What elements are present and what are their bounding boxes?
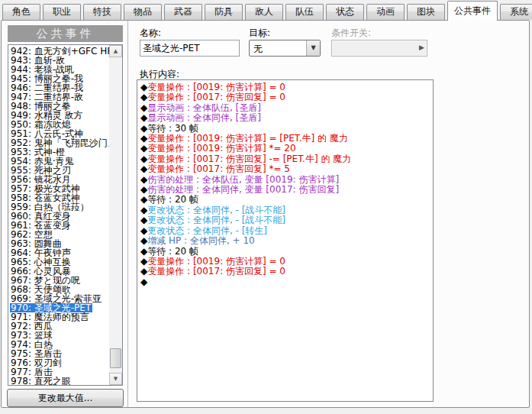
command-line-11[interactable]: ◆伤害的处理 : 全体同伴, 变量 [0017: 伤害回复] (140, 185, 431, 195)
tab-图块[interactable]: 图块 (407, 4, 445, 20)
tab-动画[interactable]: 动画 (366, 4, 405, 20)
list-item-949[interactable]: 949: 水精灵 敌方 (10, 111, 109, 120)
command-line-4[interactable]: ◆显示动画 : 全体同伴, [圣盾] (140, 113, 431, 123)
change-maximum-button[interactable]: 更改最大值... (7, 389, 124, 407)
list-item-text: 952: 鬼神「飞翔毘沙门」 (10, 138, 109, 147)
event-list-scrollbar[interactable]: ▲ ▼ (109, 45, 122, 385)
command-line-8[interactable]: ◆变量操作 : [0017: 伤害回复] -= [PET.牛] 的 魔力 (140, 154, 431, 164)
command-line-12[interactable]: ◆等待 : 20 帧 (140, 195, 431, 205)
list-item-945[interactable]: 945: 博丽之拳-我 (10, 74, 109, 83)
list-item-971[interactable]: 971: 魔法师的预言 (10, 312, 109, 322)
command-line-9[interactable]: ◆变量操作 : [0017: 伤害回复] *= 5 (140, 164, 431, 174)
list-item-964[interactable]: 964: 午夜钟声 (10, 248, 109, 257)
list-item-967[interactable]: 967: 梦と现の呪 (10, 276, 109, 285)
list-item-968[interactable]: 968: 天使颂歌 (10, 285, 109, 294)
command-line-18[interactable]: ◆变量操作 : [0019: 伤害计算] = 0 (140, 257, 431, 267)
list-item-974[interactable]: 974: 白热 (10, 340, 109, 349)
list-item-958[interactable]: 958: 苍蓝女武神 (10, 193, 109, 202)
tab-职业[interactable]: 职业 (43, 4, 81, 20)
tab-公共事件[interactable]: 公共事件 (447, 1, 498, 21)
chevron-down-icon[interactable]: ▼ (306, 40, 320, 56)
command-line-19[interactable]: ◆变量操作 : [0017: 伤害回复] = 0 (140, 267, 431, 277)
common-events-header: 公共事件 (8, 25, 123, 42)
list-item-953[interactable]: 953: 式神-橙 (10, 147, 109, 157)
list-item-954[interactable]: 954: 赤鬼·青鬼 (10, 157, 109, 166)
tab-状态[interactable]: 状态 (326, 4, 364, 20)
list-item-972[interactable]: 972: 西瓜 (10, 322, 109, 331)
tab-系统[interactable]: 系统 (500, 4, 532, 20)
command-line-10[interactable]: ◆伤害的处理 : 全体队伍, 变量 [0019: 伤害计算] (140, 175, 431, 185)
list-item-text: 970: 圣域之光-PET (10, 303, 92, 312)
list-item-951[interactable]: 951: 八云氏-式神 (10, 129, 109, 138)
command-diamond-icon: ◆ (140, 123, 147, 134)
list-item-973[interactable]: 973: 篮球 (10, 331, 109, 340)
command-line-17[interactable]: ◆等待 : 20 帧 (140, 247, 431, 257)
list-item-943[interactable]: 943: 血斩-敌 (10, 56, 109, 65)
tab-特技[interactable]: 特技 (83, 4, 121, 20)
command-text: 显示动画 : 全体同伴, [圣盾] (147, 112, 261, 123)
list-item-978[interactable]: 978: 直死之眼 (10, 377, 109, 385)
command-line-15[interactable]: ◆更改状态 : 全体同伴, - [转生] (140, 226, 431, 236)
command-line-3[interactable]: ◆显示动画 : 全体队伍, [圣盾] (140, 103, 431, 113)
command-line-6[interactable]: ◆变量操作 : [0019: 伤害计算] = [PET.牛] 的 魔力 (140, 134, 431, 144)
command-line-13[interactable]: ◆更改状态 : 全体同伴, - [战斗不能] (140, 205, 431, 215)
list-item-text: 963: 圆舞曲 (10, 239, 63, 248)
command-line-16[interactable]: ◆增减 HP : 全体同伴, + 10 (140, 236, 431, 246)
target-label: 目标: (249, 27, 270, 40)
list-item-966[interactable]: 966: 心灵风暴 (10, 267, 109, 276)
list-item-970[interactable]: 970: 圣域之光-PET (10, 303, 109, 312)
list-item-946[interactable]: 946: 二重结界-我 (10, 83, 109, 92)
scrollbar-track[interactable] (109, 57, 122, 373)
list-item-956[interactable]: 956: 镜花水月 (10, 175, 109, 184)
list-item-957[interactable]: 957: 极光女武神 (10, 184, 109, 193)
list-item-960[interactable]: 960: 真红变身 (10, 212, 109, 221)
tab-队伍[interactable]: 队伍 (285, 4, 324, 20)
list-item-959[interactable]: 959: 白热（琺菈） (10, 202, 109, 212)
scrollbar-thumb[interactable] (110, 348, 121, 368)
tab-敌人[interactable]: 敌人 (245, 4, 283, 20)
list-item-text: 942: 血无方剑+GFC HP (10, 47, 109, 56)
chevron-right-icon: ▶ (419, 44, 424, 51)
list-item-961[interactable]: 961: 苍蓝变身 (10, 221, 109, 230)
scroll-down-icon[interactable]: ▼ (109, 373, 122, 385)
tab-物品[interactable]: 物品 (124, 4, 162, 20)
tab-角色[interactable]: 角色 (2, 4, 40, 20)
command-line-20[interactable]: ◆ (140, 277, 431, 287)
list-item-text: 960: 真红变身 (10, 212, 73, 221)
list-item-963[interactable]: 963: 圆舞曲 (10, 239, 109, 248)
scroll-up-icon[interactable]: ▲ (109, 45, 122, 57)
list-item-text: 944: 老猿-战吼 (10, 65, 76, 74)
command-line-14[interactable]: ◆更改状态 : 全体同伴, - [战斗不能] (140, 215, 431, 225)
list-item-969[interactable]: 969: 圣域之光-索菲亚 (10, 294, 109, 303)
list-item-975[interactable]: 975: 圣盾击 (10, 349, 109, 358)
list-item-text: 965: 心神互换 (10, 257, 73, 267)
command-diamond-icon: ◆ (140, 205, 147, 215)
list-item-955[interactable]: 955: 死神之刃 (10, 166, 109, 175)
command-text: 伤害的处理 : 全体队伍, 变量 [0019: 伤害计算] (147, 174, 339, 185)
list-item-962[interactable]: 962: 空想 (10, 230, 109, 239)
command-diamond-icon: ◆ (140, 194, 147, 205)
list-item-976[interactable]: 976: 双刃剑 (10, 358, 109, 367)
list-item-text: 947: 二重结界-敌 (10, 92, 85, 102)
command-line-1[interactable]: ◆变量操作 : [0019: 伤害计算] = 0 (140, 82, 431, 92)
list-item-952[interactable]: 952: 鬼神「飞翔毘沙门」 (10, 138, 109, 147)
list-item-977[interactable]: 977: 盾击 (10, 367, 109, 377)
list-item-947[interactable]: 947: 二重结界-敌 (10, 92, 109, 102)
command-diamond-icon: ◆ (140, 82, 147, 92)
target-select[interactable]: 无 ▼ (249, 40, 321, 57)
command-text: 变量操作 : [0019: 伤害计算] = 0 (147, 256, 285, 267)
list-item-965[interactable]: 965: 心神互换 (10, 257, 109, 267)
command-line-2[interactable]: ◆变量操作 : [0017: 伤害回复] = 0 (140, 92, 431, 102)
list-item-text: 966: 心灵风暴 (10, 267, 73, 276)
event-name-input[interactable] (140, 40, 240, 57)
list-item-948[interactable]: 948: 博丽之拳 (10, 102, 109, 111)
tab-武器[interactable]: 武器 (164, 4, 202, 20)
list-item-950[interactable]: 950: 霜冻吹熄 (10, 120, 109, 129)
command-line-7[interactable]: ◆变量操作 : [0019: 伤害计算] *= 20 (140, 144, 431, 154)
list-item-942[interactable]: 942: 血无方剑+GFC HP (10, 47, 109, 56)
command-text: 等待 : 20 帧 (147, 194, 198, 205)
tab-防具[interactable]: 防具 (205, 4, 243, 20)
condition-switch-label: 条件开关: (331, 27, 371, 40)
list-item-944[interactable]: 944: 老猿-战吼 (10, 65, 109, 74)
command-line-5[interactable]: ◆等待 : 30 帧 (140, 124, 431, 134)
